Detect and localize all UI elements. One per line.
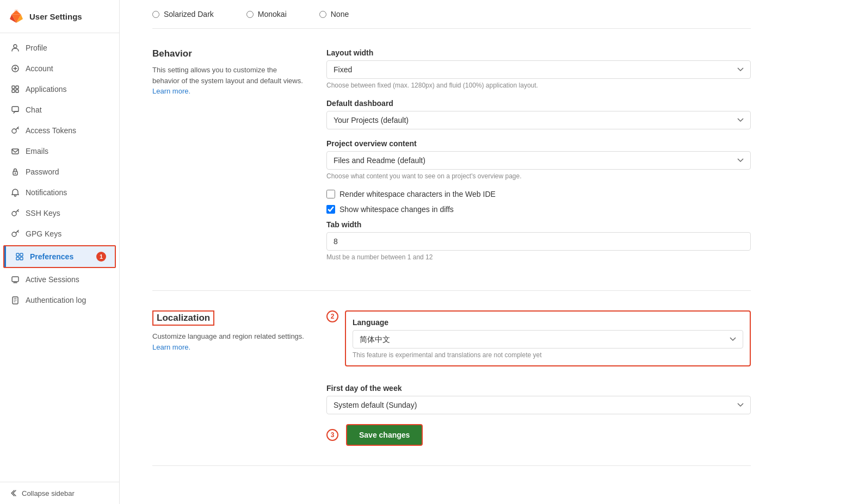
preferences-badge: 1: [96, 252, 106, 262]
behavior-description: This setting allows you to customize the…: [152, 65, 305, 97]
theme-radio-solarized-dark[interactable]: [152, 11, 159, 18]
behavior-body: Layout width Fixed Fluid Choose between …: [326, 48, 751, 271]
layout-width-select[interactable]: Fixed Fluid: [326, 60, 751, 79]
authentication-log-icon: [10, 295, 20, 305]
project-overview-group: Project overview content Files and Readm…: [326, 139, 751, 180]
svg-rect-9: [12, 149, 18, 154]
preferences-icon: [15, 252, 24, 262]
gitlab-logo: [9, 9, 24, 24]
sidebar-item-account[interactable]: Account: [0, 58, 119, 79]
active-sessions-icon: [10, 275, 20, 284]
sidebar-item-profile[interactable]: Profile: [0, 38, 119, 58]
sidebar-item-gpg-keys[interactable]: GPG Keys: [0, 223, 119, 244]
applications-icon: [10, 84, 20, 94]
theme-label-monokai: Monokai: [258, 10, 287, 18]
localization-learn-more-link[interactable]: Learn more.: [152, 343, 190, 351]
project-overview-label: Project overview content: [326, 139, 751, 148]
svg-rect-6: [16, 90, 18, 92]
sidebar: User Settings Profile Account Applicatio…: [0, 0, 120, 504]
default-dashboard-group: Default dashboard Your Projects (default…: [326, 99, 751, 129]
language-select[interactable]: 简体中文 English Deutsch: [353, 330, 743, 349]
profile-icon: [10, 43, 20, 53]
language-group: Language 简体中文 English Deutsch This featu…: [345, 310, 751, 366]
language-hint: This feature is experimental and transla…: [353, 351, 743, 359]
theme-label-solarized-dark: Solarized Dark: [164, 10, 214, 18]
sidebar-item-label: Access Tokens: [26, 126, 76, 135]
sidebar-item-label: Preferences: [30, 252, 73, 261]
sidebar-item-label: SSH Keys: [26, 209, 60, 217]
theme-label-none: None: [331, 10, 349, 18]
first-day-label: First day of the week: [326, 384, 751, 393]
sidebar-nav: Profile Account Applications Chat: [0, 33, 119, 482]
theme-radio-none[interactable]: [319, 11, 326, 18]
project-overview-select[interactable]: Files and Readme (default) Readme Activi…: [326, 151, 751, 170]
behavior-title: Behavior: [152, 48, 305, 59]
behavior-section: Behavior This setting allows you to cust…: [152, 29, 751, 291]
svg-point-1: [14, 45, 17, 48]
svg-rect-5: [12, 90, 15, 92]
svg-point-0: [14, 9, 18, 14]
emails-icon: [10, 146, 20, 156]
sidebar-item-ssh-keys[interactable]: SSH Keys: [0, 203, 119, 223]
sidebar-item-notifications[interactable]: Notifications: [0, 182, 119, 203]
show-whitespace-group: Show whitespace changes in diffs: [326, 205, 751, 214]
collapse-icon: [9, 489, 17, 497]
show-whitespace-checkbox[interactable]: [326, 205, 335, 214]
svg-rect-14: [16, 253, 19, 256]
render-whitespace-checkbox[interactable]: [326, 190, 335, 198]
sidebar-item-authentication-log[interactable]: Authentication log: [0, 290, 119, 310]
render-whitespace-label: Render whitespace characters in the Web …: [339, 190, 496, 198]
layout-width-group: Layout width Fixed Fluid Choose between …: [326, 48, 751, 89]
sidebar-item-active-sessions[interactable]: Active Sessions: [0, 269, 119, 290]
content-area: Solarized Dark Monokai None Behavior Thi…: [120, 0, 773, 499]
default-dashboard-select[interactable]: Your Projects (default) Starred Projects: [326, 111, 751, 129]
tab-width-input[interactable]: [326, 232, 751, 251]
sidebar-item-label: Profile: [26, 43, 47, 52]
annotation-badge-2: 2: [326, 310, 338, 322]
first-day-group: First day of the week System default (Su…: [326, 384, 751, 414]
tab-width-label: Tab width: [326, 220, 751, 229]
password-icon: [10, 167, 20, 177]
collapse-sidebar-label: Collapse sidebar: [22, 489, 75, 497]
behavior-desc: Behavior This setting allows you to cust…: [152, 48, 305, 271]
language-label: Language: [353, 318, 743, 327]
save-row: 3 Save changes: [326, 424, 751, 446]
sidebar-item-preferences[interactable]: Preferences 1: [4, 246, 115, 267]
gpg-keys-icon: [10, 229, 20, 239]
ssh-keys-icon: [10, 208, 20, 218]
svg-rect-3: [12, 86, 15, 89]
collapse-sidebar-button[interactable]: Collapse sidebar: [0, 482, 119, 504]
sidebar-item-applications[interactable]: Applications: [0, 79, 119, 99]
access-tokens-icon: [10, 126, 20, 135]
localization-desc: Localization Customize language and regi…: [152, 310, 305, 446]
svg-rect-18: [12, 277, 18, 282]
sidebar-item-chat[interactable]: Chat: [0, 99, 119, 120]
theme-option-none[interactable]: None: [319, 10, 349, 18]
localization-title: Localization: [157, 313, 210, 323]
behavior-learn-more-link[interactable]: Learn more.: [152, 87, 190, 95]
sidebar-item-emails[interactable]: Emails: [0, 141, 119, 161]
default-dashboard-label: Default dashboard: [326, 99, 751, 108]
save-changes-button[interactable]: Save changes: [346, 424, 423, 446]
sidebar-item-password[interactable]: Password: [0, 161, 119, 182]
notifications-icon: [10, 188, 20, 197]
sidebar-header: User Settings: [0, 0, 119, 33]
theme-option-monokai[interactable]: Monokai: [246, 10, 287, 18]
tab-width-group: Tab width Must be a number between 1 and…: [326, 220, 751, 261]
svg-rect-4: [16, 86, 18, 89]
theme-radio-monokai[interactable]: [246, 11, 254, 18]
account-icon: [10, 64, 20, 73]
project-overview-hint: Choose what content you want to see on a…: [326, 172, 751, 180]
sidebar-item-label: Emails: [26, 147, 48, 155]
layout-width-hint: Choose between fixed (max. 1280px) and f…: [326, 82, 751, 89]
sidebar-title: User Settings: [29, 12, 82, 21]
theme-option-solarized-dark[interactable]: Solarized Dark: [152, 10, 214, 18]
sidebar-item-label: Applications: [26, 85, 67, 94]
render-whitespace-group: Render whitespace characters in the Web …: [326, 190, 751, 198]
theme-row: Solarized Dark Monokai None: [152, 0, 751, 29]
sidebar-item-label: GPG Keys: [26, 229, 61, 238]
svg-rect-15: [20, 253, 23, 256]
svg-point-11: [15, 172, 16, 173]
sidebar-item-access-tokens[interactable]: Access Tokens: [0, 120, 119, 141]
first-day-select[interactable]: System default (Sunday) Sunday Monday Sa…: [326, 396, 751, 414]
